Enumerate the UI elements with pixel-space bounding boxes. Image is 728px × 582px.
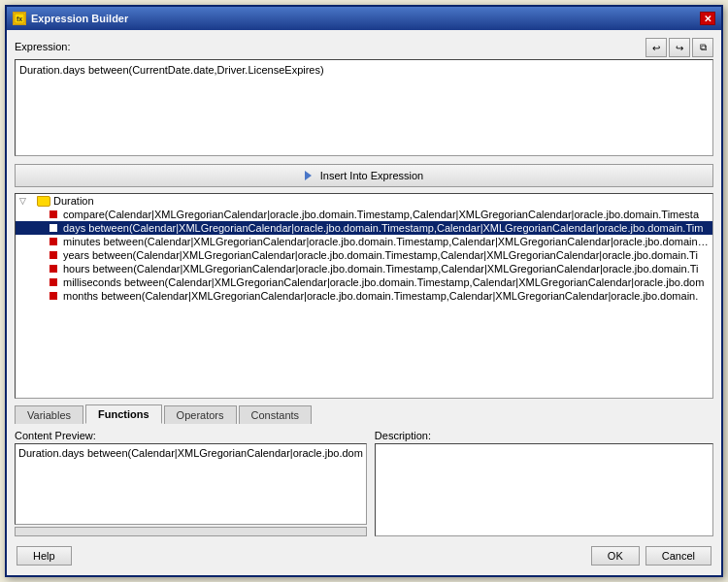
- content-preview-text: Duration.days between(Calendar|XMLGregor…: [15, 443, 367, 525]
- copy-button[interactable]: ⧉: [692, 38, 713, 57]
- tree-item-label: minutes between(Calendar|XMLGregorianCal…: [63, 236, 709, 247]
- undo-icon: ↩: [652, 43, 660, 53]
- tree-item-years_between[interactable]: years between(Calendar|XMLGregorianCalen…: [16, 248, 712, 262]
- tree-item-label: months between(Calendar|XMLGregorianCale…: [63, 290, 698, 302]
- expression-section: Expression: ↩ ↪ ⧉ Duration.days between(…: [15, 38, 713, 158]
- folder-icon: [37, 196, 50, 207]
- description-text: [375, 443, 713, 536]
- tree-item-compare[interactable]: compare(Calendar|XMLGregorianCalendar|or…: [16, 208, 712, 221]
- tree-root-label: Duration: [53, 195, 94, 207]
- tab-operators[interactable]: Operators: [164, 405, 237, 424]
- title-bar: fx Expression Builder ✕: [7, 7, 721, 30]
- tree-item-icon: [50, 265, 57, 273]
- tree-item-label: milliseconds between(Calendar|XMLGregori…: [63, 276, 704, 288]
- insert-button-label: Insert Into Expression: [320, 170, 423, 181]
- tree-item-icon: [50, 251, 57, 259]
- tabs-row: Variables Functions Operators Constants: [15, 404, 713, 424]
- tree-item-icon: [50, 292, 57, 300]
- function-tree[interactable]: ▽ Duration compare(Calendar|XMLGregorian…: [15, 193, 713, 399]
- footer-right: OK Cancel: [591, 546, 711, 566]
- tree-item-label: hours between(Calendar|XMLGregorianCalen…: [63, 263, 698, 275]
- insert-into-expression-button[interactable]: Insert Into Expression: [15, 164, 713, 187]
- tree-item-icon: [50, 210, 57, 218]
- insert-arrow-icon: [305, 171, 312, 180]
- content-preview-panel: Content Preview: Duration.days between(C…: [15, 430, 367, 536]
- tree-item-icon: [50, 238, 57, 245]
- tree-item-hours_between[interactable]: hours between(Calendar|XMLGregorianCalen…: [16, 262, 712, 275]
- expression-textarea[interactable]: Duration.days between(CurrentDate.date,D…: [15, 59, 713, 156]
- tree-item-minutes_between[interactable]: minutes between(Calendar|XMLGregorianCal…: [16, 235, 712, 248]
- tree-item-milliseconds_between[interactable]: milliseconds between(Calendar|XMLGregori…: [16, 275, 712, 289]
- tab-variables[interactable]: Variables: [15, 405, 83, 424]
- ok-button[interactable]: OK: [591, 546, 640, 566]
- tree-item-months_between[interactable]: months between(Calendar|XMLGregorianCale…: [16, 289, 712, 303]
- redo-icon: ↪: [676, 43, 683, 53]
- content-preview-scrollbar[interactable]: [15, 527, 367, 536]
- tree-item-icon: [50, 224, 57, 232]
- content-preview-label: Content Preview:: [15, 430, 367, 441]
- dialog-title: Expression Builder: [31, 13, 128, 24]
- svg-text:fx: fx: [17, 16, 22, 22]
- tab-constants[interactable]: Constants: [239, 405, 313, 424]
- dialog-body: Expression: ↩ ↪ ⧉ Duration.days between(…: [7, 30, 721, 575]
- bottom-panels: Content Preview: Duration.days between(C…: [15, 430, 713, 536]
- footer-row: Help OK Cancel: [15, 542, 713, 567]
- tree-item-label: compare(Calendar|XMLGregorianCalendar|or…: [63, 209, 699, 220]
- toolbar: ↩ ↪ ⧉: [645, 38, 713, 57]
- tree-item-label: days between(Calendar|XMLGregorianCalend…: [63, 222, 703, 234]
- expression-label: Expression:: [15, 41, 70, 52]
- redo-button[interactable]: ↪: [669, 38, 690, 57]
- description-panel: Description:: [375, 430, 713, 536]
- expression-builder-dialog: fx Expression Builder ✕ Expression: ↩ ↪: [5, 5, 723, 577]
- dialog-icon: fx: [13, 12, 26, 25]
- close-button[interactable]: ✕: [700, 12, 715, 25]
- cancel-button[interactable]: Cancel: [645, 546, 711, 566]
- title-bar-left: fx Expression Builder: [13, 12, 128, 25]
- expand-arrow-icon: ▽: [19, 196, 29, 206]
- description-label: Description:: [375, 430, 713, 441]
- help-button[interactable]: Help: [17, 546, 72, 566]
- tree-item-label: years between(Calendar|XMLGregorianCalen…: [63, 249, 698, 261]
- tree-item-icon: [50, 278, 57, 286]
- copy-icon: ⧉: [700, 42, 707, 53]
- tree-root-duration[interactable]: ▽ Duration: [16, 194, 712, 208]
- tree-items-container: compare(Calendar|XMLGregorianCalendar|or…: [16, 208, 712, 303]
- undo-button[interactable]: ↩: [645, 38, 667, 57]
- tab-functions[interactable]: Functions: [85, 404, 162, 424]
- tree-item-days_between[interactable]: days between(Calendar|XMLGregorianCalend…: [16, 221, 712, 235]
